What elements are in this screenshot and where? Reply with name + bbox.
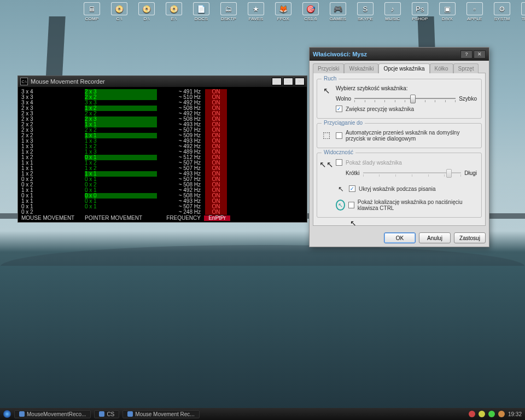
tray-icon[interactable] <box>498 411 505 417</box>
desktop-icon[interactable]: 🎮GAMES <box>328 2 348 21</box>
desktop-glyph-icon: 📀 <box>166 2 182 15</box>
hide-typing-checkbox[interactable]: ↖ ✓Ukryj wskaźnik podczas pisania <box>336 184 477 194</box>
desktop-glyph-icon: ♪ <box>384 2 401 15</box>
speed-label: Wybierz szybkość wskaźnika: <box>336 85 408 91</box>
console-titlebar[interactable]: C:\ Mouse Movement Recorder _ □ ✕ <box>18 76 307 87</box>
desktop-glyph-icon: ▣ <box>439 2 456 15</box>
taskbar-item[interactable]: Mouse Movement Rec... <box>122 410 199 418</box>
desktop-icon-label: D:\ <box>137 16 156 21</box>
desktop-icons: 🖥COMP📀C:\📀D:\📀E:\📄DOCS🗂DSKTP★FAVES🦊FFOX🎯… <box>82 2 525 21</box>
tab-panel: Ruch ↖ Wybierz szybkość wskaźnika: Wolno… <box>313 73 486 226</box>
ok-button[interactable]: OK <box>384 232 416 243</box>
desktop-glyph-icon: 📀 <box>111 2 127 15</box>
fast-label: Szybko <box>459 96 477 102</box>
apply-button[interactable]: Zastosuj <box>454 232 486 243</box>
desktop-icon[interactable]: 🗂DSKTP <box>219 2 238 21</box>
desktop-icon-label: DOCS <box>191 16 211 21</box>
snap-checkbox[interactable]: Automatycznie przenieś wskaźnik na domyś… <box>336 130 477 142</box>
desktop-icon-label: DIVX <box>438 16 457 21</box>
desktop-icon-label: E:\ <box>164 16 184 21</box>
tray-icon[interactable] <box>469 411 475 417</box>
desktop-glyph-icon: ⚙ <box>494 2 510 15</box>
tab-opcje-wskaźnika[interactable]: Opcje wskaźnika <box>378 63 429 73</box>
desktop-icon[interactable]: 🗑TRASH <box>520 2 525 21</box>
desktop-icon[interactable]: 🖥COMP <box>82 2 102 21</box>
cursor-speed-icon: ↖ <box>320 85 332 97</box>
tab-przyciski[interactable]: Przyciski <box>313 63 344 73</box>
desktop-icon-label: PSHOP <box>410 16 430 21</box>
trail-length-slider <box>363 167 462 178</box>
desktop-icon-label: SKYPE <box>355 16 375 21</box>
minimize-button[interactable]: _ <box>272 78 282 85</box>
desktop-icon[interactable]: ♪MUSIC <box>383 2 402 21</box>
desktop-glyph-icon: 📄 <box>193 2 209 15</box>
pointer-speed-slider[interactable] <box>354 93 456 104</box>
motion-legend: Ruch <box>322 75 339 81</box>
dialog-titlebar[interactable]: Właściwości: Mysz ? ✕ <box>310 48 489 61</box>
desktop-icon[interactable]: ▫APPLE <box>465 2 485 21</box>
trail-short-label: Krótki <box>346 170 360 176</box>
desktop-glyph-icon: 📀 <box>138 2 155 15</box>
desktop-icon[interactable]: PsPSHOP <box>410 2 430 21</box>
snap-legend: Przyciąganie do <box>322 120 365 126</box>
snap-icon: ⬚ <box>320 129 332 141</box>
visibility-legend: Widoczność <box>322 149 355 155</box>
desktop-glyph-icon: 🗂 <box>220 2 237 15</box>
desktop-icon-label: APPLE <box>465 16 485 21</box>
hide-cursor-icon: ↖ <box>336 184 346 194</box>
start-button[interactable] <box>3 410 11 418</box>
desktop-icon[interactable]: ★FAVES <box>246 2 266 21</box>
desktop-glyph-icon: 🗑 <box>521 2 525 15</box>
ctrl-locate-checkbox[interactable]: ↖ Pokaż lokalizację wskaźnika po naciśni… <box>336 199 477 211</box>
console-title: Mouse Movement Recorder <box>31 78 105 85</box>
desktop-icon-label: FFOX <box>273 16 293 21</box>
desktop-icon-label: TRASH <box>520 16 525 21</box>
maximize-button[interactable]: □ <box>283 78 293 85</box>
tray-icon[interactable] <box>479 411 485 417</box>
trail-long-label: Długi <box>464 170 477 176</box>
close-button[interactable]: ✕ <box>295 78 305 85</box>
desktop-icon[interactable]: 📀C:\ <box>109 2 129 21</box>
desktop-icon[interactable]: 📀D:\ <box>137 2 156 21</box>
desktop-icon[interactable]: 🦊FFOX <box>273 2 293 21</box>
desktop-glyph-icon: 🦊 <box>275 2 291 15</box>
taskbar-item[interactable]: MouseMovementReco... <box>14 410 91 418</box>
desktop-icon-label: SYSTM <box>492 16 512 21</box>
desktop-icon[interactable]: 📄DOCS <box>191 2 211 21</box>
trails-icon: ↖↖ <box>320 159 332 171</box>
desktop-icon-label: C:\ <box>109 16 129 21</box>
taskbar: MouseMovementReco...CSMouse Movement Rec… <box>0 408 525 420</box>
tab-wskaźniki[interactable]: Wskaźniki <box>344 63 378 73</box>
motion-group: Ruch ↖ Wybierz szybkość wskaźnika: Wolno… <box>317 79 482 119</box>
tab-kółko[interactable]: Kółko <box>430 63 453 73</box>
dialog-title: Właściwości: Mysz <box>313 51 367 57</box>
desktop-glyph-icon: 🖥 <box>84 2 100 15</box>
trails-checkbox[interactable]: Pokaż ślady wskaźnika <box>336 159 477 166</box>
desktop-icon-label: COMP <box>82 16 102 21</box>
dialog-buttons: OK Anuluj Zastosuj <box>310 229 489 247</box>
console-app-icon: C:\ <box>20 78 28 85</box>
desktop-icon[interactable]: SSKYPE <box>355 2 375 21</box>
desktop-icon[interactable]: 🎯CS1.6 <box>301 2 320 21</box>
desktop-icon[interactable]: ⚙SYSTM <box>492 2 512 21</box>
desktop-icon[interactable]: ▣DIVX <box>438 2 457 21</box>
dialog-close-button[interactable]: ✕ <box>474 50 486 59</box>
cancel-button[interactable]: Anuluj <box>419 232 451 243</box>
desktop-glyph-icon: 🎯 <box>302 2 319 15</box>
console-window: C:\ Mouse Movement Recorder _ □ ✕ 3 x 42… <box>18 75 307 223</box>
desktop-icon-label: GAMES <box>328 16 348 21</box>
desktop-icon-label: CS1.6 <box>301 16 320 21</box>
tab-sprzęt[interactable]: Sprzęt <box>453 63 479 73</box>
desktop-icon[interactable]: 📀E:\ <box>164 2 184 21</box>
tray-icon[interactable] <box>488 411 495 417</box>
desktop-icon-label: FAVES <box>246 16 266 21</box>
console-body: 3 x 42 x 3~ 491 HzON3 x 32 x 2~ 510 HzON… <box>18 87 307 222</box>
desktop-glyph-icon: S <box>357 2 374 15</box>
taskbar-item[interactable]: CS <box>94 410 119 418</box>
enhance-precision-checkbox[interactable]: ✓Zwiększ precyzję wskaźnika <box>336 106 477 112</box>
clock[interactable]: 19:32 <box>508 411 522 417</box>
desktop-glyph-icon: ▫ <box>466 2 483 15</box>
help-button[interactable]: ? <box>460 50 472 59</box>
system-tray: 19:32 <box>469 411 522 417</box>
desktop-icon-label: MUSIC <box>383 16 402 21</box>
